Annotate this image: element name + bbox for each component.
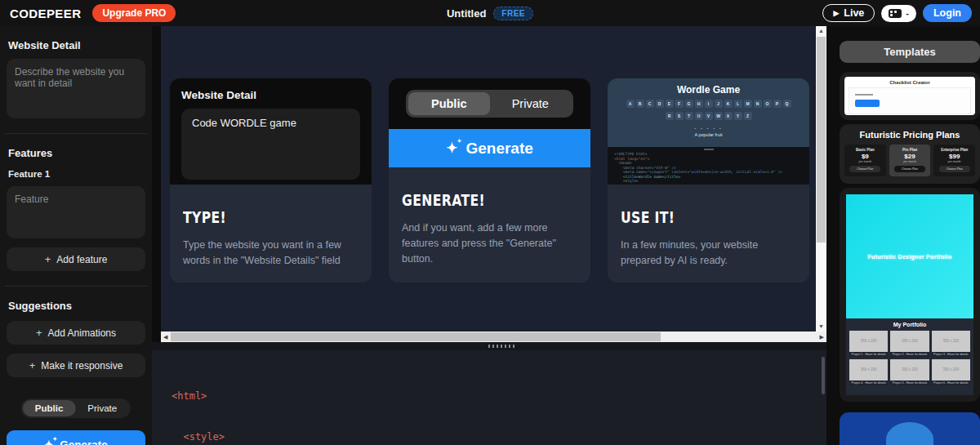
pricing-title: Futuristic Pricing Plans: [844, 130, 975, 140]
pricing-plan-pro: Pro Plan $29 per month Choose Plan: [889, 145, 931, 176]
login-button[interactable]: Login: [923, 4, 972, 22]
record-dash: -: [906, 9, 909, 18]
wordle-key: G: [685, 100, 693, 108]
code-line: <style>: [172, 430, 826, 444]
wordle-key: H: [695, 100, 703, 108]
wordle-key: N: [754, 100, 762, 108]
suggestion-make-responsive[interactable]: + Make it responsive: [7, 354, 145, 377]
plan-period: per month: [844, 160, 886, 163]
step-description: In a few minutes, your website prepared …: [621, 238, 796, 269]
tile-size: 350 x 200: [849, 359, 888, 380]
step-description: Type the website you want in a few words…: [183, 238, 359, 269]
code-scroll-thumb[interactable]: [822, 357, 825, 394]
step-title: GENERATE!: [402, 190, 485, 210]
add-feature-button[interactable]: + Add feature: [7, 247, 145, 271]
scroll-down-icon[interactable]: ▼: [816, 323, 826, 331]
card-use-it-text: USE IT! In a few minutes, your website p…: [608, 185, 809, 283]
canvas-horizontal-scrollbar[interactable]: ◀ ▶: [161, 332, 826, 342]
wordle-key: B: [636, 100, 644, 108]
checklist-form: [849, 87, 971, 114]
project-title-group: Untitled FREE: [447, 0, 533, 26]
plan-cta: Choose Plan: [939, 166, 970, 172]
code-line: <meta name="viewport" content="width=dev…: [614, 170, 803, 175]
wordle-code-lines: <!DOCTYPE html><html lang="en"> <head> <…: [614, 152, 803, 184]
portfolio-tile: 350 x 200Project 3 - Hover for details: [932, 331, 970, 357]
record-button[interactable]: -: [881, 5, 916, 22]
pricing-columns: Basic Plan $9 per month Choose Plan Pro …: [844, 145, 975, 176]
card-type: Website Detail Code WORDLE game TYPE! Ty…: [170, 78, 372, 283]
template-pricing-plans[interactable]: Futuristic Pricing Plans Basic Plan $9 p…: [840, 124, 980, 184]
features-heading: Features: [8, 147, 144, 159]
template-designer-portfolio[interactable]: Futuristic Designer Portfolio My Portfol…: [840, 188, 980, 402]
suggestion-add-animations[interactable]: + Add Animations: [7, 321, 145, 345]
portfolio-section-title: My Portfolio: [849, 322, 970, 327]
pricing-plan-enterprise: Enterprise Plan $99 per month Choose Pla…: [933, 145, 975, 176]
template-ocean[interactable]: [840, 412, 980, 445]
plan-name: Basic Plan: [844, 148, 886, 152]
plus-icon: +: [36, 327, 42, 338]
tile-caption: Project 1 - Hover for details: [849, 352, 888, 357]
scroll-up-icon[interactable]: ▲: [816, 27, 826, 35]
topbar: CODEPEER Upgrade PRO Untitled FREE ▶ Liv…: [0, 0, 980, 26]
horizontal-scroll-thumb[interactable]: [171, 332, 661, 341]
wordle-code-preview: <!DOCTYPE html><html lang="en"> <head> <…: [608, 147, 809, 185]
preview-visibility-toggle: Public Private: [406, 90, 573, 118]
template-checklist-creator[interactable]: Checklist Creator: [840, 72, 980, 120]
add-feature-label: Add feature: [56, 254, 107, 265]
plan-name: Enterprise Plan: [933, 148, 975, 152]
preview-toggle-private: Private: [490, 92, 572, 115]
vertical-scroll-thumb[interactable]: [817, 37, 826, 243]
code-editor[interactable]: <html> <style> @import url("https://font…: [152, 350, 826, 445]
wordle-key: F: [675, 100, 684, 108]
topbar-actions: ▶ Live - Login: [822, 4, 972, 22]
canvas-vertical-scrollbar[interactable]: ▲ ▼: [816, 26, 826, 332]
suggestions-heading: Suggestions: [8, 300, 144, 312]
generate-button[interactable]: ✦ Generate: [7, 430, 145, 445]
wordle-key: C: [646, 100, 654, 108]
wordle-key: L: [734, 100, 742, 108]
wordle-key: T: [685, 112, 693, 120]
scroll-right-icon[interactable]: ▶: [820, 332, 824, 342]
suggestion-label: Add Animations: [48, 327, 116, 339]
wordle-key: Z: [744, 112, 752, 120]
tile-caption: Project 3 - Hover for details: [932, 352, 970, 357]
divider: [5, 286, 147, 287]
plan-price: $9: [844, 153, 886, 160]
wordle-key: Q: [783, 100, 791, 108]
live-button[interactable]: ▶ Live: [822, 4, 875, 22]
left-sidebar: Website Detail Features Feature 1 + Add …: [0, 26, 152, 445]
card-use-it: Wordle Game ABCDEFGHIJKLMNOPQ RSTUVWXYZ …: [608, 78, 809, 283]
preview-generate-label: Generate: [466, 140, 532, 158]
wordle-key: K: [724, 100, 733, 108]
tile-size: 350 x 200: [890, 331, 929, 352]
website-detail-input[interactable]: [7, 59, 145, 118]
scroll-left-icon[interactable]: ◀: [163, 332, 167, 342]
step-title: USE IT!: [621, 207, 675, 227]
resize-handle[interactable]: [488, 345, 514, 348]
feature-1-label: Feature 1: [8, 169, 144, 179]
step-title: TYPE!: [183, 207, 226, 227]
card-type-preview: Website Detail Code WORDLE game: [170, 78, 372, 185]
upgrade-pro-button[interactable]: Upgrade PRO: [92, 4, 176, 22]
preview-toggle-public: Public: [408, 92, 490, 115]
templates-header: Templates: [840, 41, 980, 63]
divider: [5, 133, 147, 134]
wordle-title: Wordle Game: [608, 84, 809, 96]
toggle-private[interactable]: Private: [75, 400, 129, 416]
wordle-key: S: [675, 112, 684, 120]
toggle-public[interactable]: Public: [23, 400, 76, 416]
video-camera-icon: [889, 9, 902, 18]
tile-caption: Project 4 - Hover for details: [849, 380, 888, 385]
wordle-key: I: [705, 100, 713, 108]
wordle-preview: Wordle Game ABCDEFGHIJKLMNOPQ RSTUVWXYZ …: [608, 78, 809, 147]
plan-badge: FREE: [493, 7, 533, 20]
wordle-blanks: - - - - -: [608, 126, 809, 131]
portfolio-hero-title: Futuristic Designer Portfolio: [867, 254, 951, 260]
tile-caption: Project 2 - Hover for details: [890, 352, 929, 357]
wordle-keyboard-row1: ABCDEFGHIJKLMNOPQ: [608, 100, 809, 108]
plus-icon: +: [29, 360, 36, 371]
preview-generate-button: ✦ Generate: [389, 129, 590, 167]
plan-period: per month: [933, 160, 975, 163]
project-name: Untitled: [447, 7, 486, 20]
feature-input[interactable]: [7, 186, 145, 238]
